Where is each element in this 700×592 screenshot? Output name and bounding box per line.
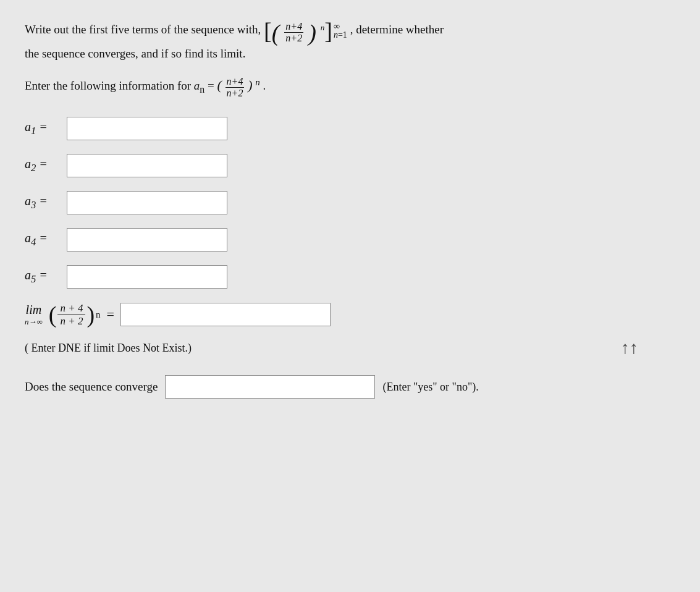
a2-row: a2 = (25, 154, 675, 177)
lim-formula: ( n + 4 n + 2 ) n (49, 302, 101, 327)
a1-label: a1 = (25, 120, 62, 137)
a4-row: a4 = (25, 228, 675, 252)
a4-input[interactable] (67, 228, 227, 252)
lim-exponent: n (96, 310, 101, 320)
lim-label-block: lim n→∞ (25, 303, 43, 327)
a3-input[interactable] (67, 191, 227, 214)
converge-note: (Enter "yes" or "no"). (382, 381, 478, 394)
a5-row: a5 = (25, 265, 675, 289)
converge-input[interactable] (165, 375, 375, 399)
intro-prefix: Write out the first five terms of the se… (25, 23, 261, 36)
intro-line2: the sequence converges, and if so find i… (25, 47, 245, 60)
a3-label: a3 = (25, 194, 62, 211)
lim-text: lim (26, 303, 42, 317)
converge-row: Does the sequence converge (Enter "yes" … (25, 375, 675, 399)
intro-text: Write out the first five terms of the se… (25, 17, 675, 62)
a3-row: a3 = (25, 191, 675, 214)
a2-input[interactable] (67, 154, 227, 177)
limit-input[interactable] (120, 303, 331, 326)
intro-suffix: , determine whether (350, 23, 444, 36)
arrows-icon: ↑↑ (621, 338, 638, 358)
a5-input[interactable] (67, 265, 227, 289)
enter-info-line: Enter the following information for an =… (25, 76, 675, 98)
a2-label: a2 = (25, 157, 62, 174)
dne-note: ( Enter DNE if limit Does Not Exist.) ↑↑ (25, 338, 675, 358)
sequence-formula: [ ( n+4 n+2 ) n ] ∞ n=1 (264, 17, 347, 44)
a4-label: a4 = (25, 231, 62, 248)
a5-label: a5 = (25, 268, 62, 285)
limit-section: lim n→∞ ( n + 4 n + 2 ) n = (25, 302, 675, 327)
a1-input[interactable] (67, 117, 227, 140)
a1-row: a1 = (25, 117, 675, 140)
lim-sub: n→∞ (25, 317, 43, 327)
limit-equals: = (107, 307, 114, 323)
converge-prefix: Does the sequence converge (25, 380, 158, 394)
problem-container: Write out the first five terms of the se… (25, 17, 675, 399)
